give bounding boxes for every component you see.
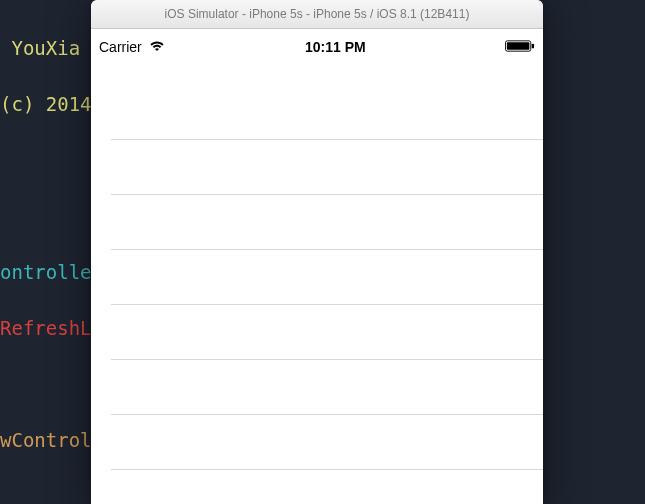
code-text: RefreshL <box>0 317 92 339</box>
ios-simulator-window[interactable]: iOS Simulator - iPhone 5s - iPhone 5s / … <box>91 0 543 504</box>
code-text: YouXia <box>0 37 80 59</box>
status-bar-right <box>505 39 535 55</box>
status-bar-time: 10:11 PM <box>305 39 366 55</box>
table-row[interactable] <box>111 360 543 415</box>
table-row[interactable] <box>111 305 543 360</box>
window-titlebar[interactable]: iOS Simulator - iPhone 5s - iPhone 5s / … <box>91 0 543 29</box>
table-row[interactable] <box>111 85 543 140</box>
code-text: ontrolle <box>0 261 92 283</box>
simulator-screen[interactable]: Carrier 10:11 PM <box>91 29 543 504</box>
table-row[interactable] <box>111 250 543 305</box>
carrier-label: Carrier <box>99 39 142 55</box>
table-row[interactable] <box>111 195 543 250</box>
svg-rect-2 <box>532 44 534 49</box>
table-view[interactable] <box>91 57 543 504</box>
code-text: wControl <box>0 429 92 451</box>
wifi-icon <box>148 39 166 55</box>
table-row[interactable] <box>111 140 543 195</box>
status-bar-left: Carrier <box>99 39 166 55</box>
window-title: iOS Simulator - iPhone 5s - iPhone 5s / … <box>165 7 470 21</box>
table-row[interactable] <box>111 415 543 470</box>
table-row[interactable] <box>111 470 543 504</box>
code-text: (c) 2014 <box>0 93 92 115</box>
svg-rect-1 <box>507 42 530 50</box>
ios-status-bar: Carrier 10:11 PM <box>91 29 543 57</box>
battery-icon <box>505 39 535 55</box>
